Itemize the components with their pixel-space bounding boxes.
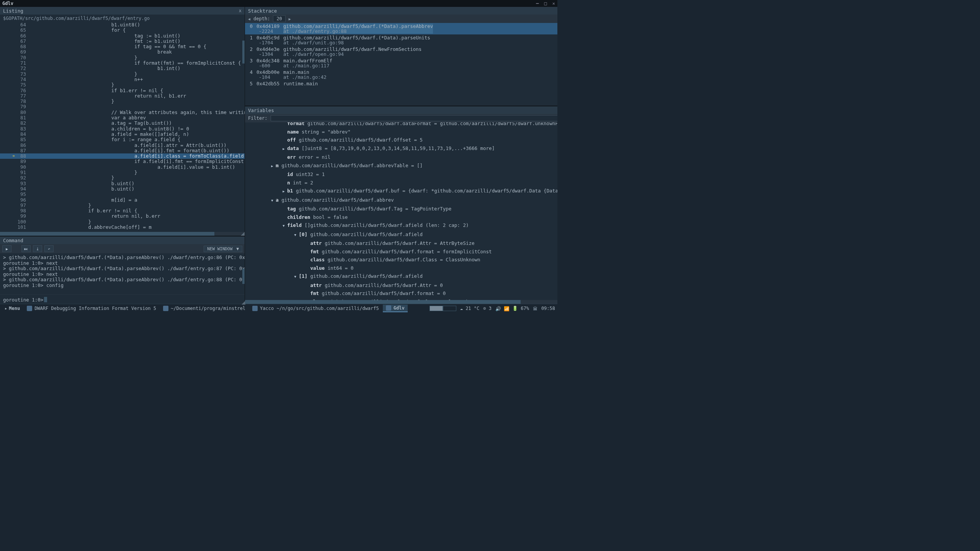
variable-row[interactable]: ▶data []uint8 = [8,73,19,0,0,2,13,0,3,14…: [245, 144, 557, 153]
code-line[interactable]: 70 }: [0, 55, 245, 60]
code-line[interactable]: 88➔ a.field[i].class = formToClass(a.fie…: [0, 153, 245, 159]
stack-frame[interactable]: 50x42db55runtime.main: [245, 80, 557, 87]
variables-tree[interactable]: format github.com/aarzilli/dwarf5/dwarf.…: [245, 122, 557, 300]
variable-row[interactable]: fmt github.com/aarzilli/dwarf5/dwarf.for…: [245, 289, 557, 298]
code-line[interactable]: 73 }: [0, 72, 245, 77]
variable-row[interactable]: ▶b1 github.com/aarzilli/dwarf5/dwarf.buf…: [245, 187, 557, 196]
stacktrace-list[interactable]: 00x4d4189-2224github.com/aarzilli/dwarf5…: [245, 23, 557, 106]
workspace-1[interactable]: [430, 306, 443, 311]
code-line[interactable]: 84 a.field = make([]afield, n): [0, 132, 245, 137]
network-icon[interactable]: 📶: [504, 306, 508, 311]
variable-row[interactable]: ▼[1] github.com/aarzilli/dwarf5/dwarf.af…: [245, 272, 557, 281]
code-line[interactable]: 83 a.children = b.uint8() != 0: [0, 126, 245, 132]
code-line[interactable]: 82 a.tag = Tag(b.uint()): [0, 121, 245, 126]
stack-frame[interactable]: 00x4d4189-2224github.com/aarzilli/dwarf5…: [245, 23, 557, 34]
collapse-icon[interactable]: ▼: [271, 197, 276, 205]
code-line[interactable]: 95: [0, 192, 245, 197]
cpu-indicator[interactable]: ⊙ 3: [483, 306, 492, 311]
code-line[interactable]: 80 // Walk over attributes again, this t…: [0, 110, 245, 115]
code-line[interactable]: 65 for {: [0, 28, 245, 33]
code-line[interactable]: 81 var a abbrev: [0, 115, 245, 121]
variable-row[interactable]: ▼a github.com/aarzilli/dwarf5/dwarf.abbr…: [245, 196, 557, 205]
collapse-icon[interactable]: ▼: [283, 222, 287, 230]
code-line[interactable]: 75 }: [0, 82, 245, 88]
collapse-icon[interactable]: ▼: [294, 231, 299, 240]
code-line[interactable]: 97 }: [0, 203, 245, 208]
expand-icon[interactable]: ▶: [283, 187, 287, 196]
archive-icon[interactable]: 🏛: [533, 306, 537, 311]
stack-frame[interactable]: 10x4d5c9d-1704github.com/aarzilli/dwarf5…: [245, 34, 557, 46]
variable-row[interactable]: fmt github.com/aarzilli/dwarf5/dwarf.for…: [245, 248, 557, 256]
code-line[interactable]: 92 }: [0, 175, 245, 181]
code-line[interactable]: 99 return nil, b.err: [0, 214, 245, 219]
continue-button[interactable]: ▶: [2, 245, 11, 252]
code-line[interactable]: 76 if b1.err != nil {: [0, 88, 245, 93]
listing-code-area[interactable]: 64 b1.uint8()65 for {66 tag := b1.uint()…: [0, 22, 245, 232]
command-input[interactable]: goroutine 1:0>: [0, 294, 245, 304]
code-line[interactable]: 68 if tag == 0 && fmt == 0 {: [0, 44, 245, 49]
listing-hscroll-thumb[interactable]: [0, 232, 214, 236]
variables-hscrollbar[interactable]: [245, 300, 557, 304]
stacktrace-panel-header[interactable]: Stacktrace x: [245, 7, 557, 15]
code-line[interactable]: 66 tag := b1.uint(): [0, 33, 245, 39]
new-window-dropdown[interactable]: NEW WINDOW ▼: [204, 246, 242, 252]
step-button[interactable]: ⤓: [33, 245, 42, 252]
battery-indicator[interactable]: 🔋 67%: [512, 306, 529, 311]
listing-resize-corner[interactable]: [241, 232, 245, 236]
variable-row[interactable]: off github.com/aarzilli/dwarf5/dwarf.Off…: [245, 136, 557, 144]
code-line[interactable]: 94 b.uint(): [0, 186, 245, 192]
code-line[interactable]: 74 n++: [0, 77, 245, 82]
code-line[interactable]: 96 m[id] = a: [0, 197, 245, 203]
command-panel-header[interactable]: Command: [0, 236, 245, 244]
next-button[interactable]: ⏭: [21, 245, 31, 252]
variables-filter-input[interactable]: [271, 115, 557, 121]
command-output[interactable]: > github.com/aarzilli/dwarf5/dwarf.(*Dat…: [0, 253, 245, 294]
expand-icon[interactable]: ▶: [283, 145, 287, 153]
listing-panel-header[interactable]: Listing x: [0, 7, 245, 15]
code-line[interactable]: 67 fmt := b1.uint(): [0, 39, 245, 44]
window-minimize-button[interactable]: —: [536, 1, 539, 6]
code-line[interactable]: 90 a.field[i].value = b1.int(): [0, 165, 245, 170]
code-line[interactable]: 78 }: [0, 99, 245, 104]
menu-button[interactable]: ▸ Menu: [2, 305, 22, 312]
code-line[interactable]: 89 if a.field[i].fmt == formImplicitCons…: [0, 159, 245, 164]
listing-scroll-marker[interactable]: [242, 41, 245, 64]
variable-row[interactable]: format github.com/aarzilli/dwarf5/dwarf.…: [245, 122, 557, 128]
stack-frame[interactable]: 40x4db00e-104main.mainat ./main.go:42: [245, 69, 557, 80]
code-line[interactable]: 77 return nil, b1.err: [0, 93, 245, 99]
code-line[interactable]: 79: [0, 104, 245, 109]
code-line[interactable]: 100 }: [0, 219, 245, 225]
command-scroll-marker[interactable]: [242, 269, 245, 284]
code-line[interactable]: 69 break: [0, 49, 245, 55]
variable-row[interactable]: children bool = false: [245, 213, 557, 222]
code-line[interactable]: 85 for i := range a.field {: [0, 137, 245, 142]
code-line[interactable]: 86 a.field[i].attr = Attr(b.uint()): [0, 143, 245, 148]
depth-decrease-button[interactable]: ◀: [248, 17, 250, 21]
code-line[interactable]: 91 }: [0, 170, 245, 175]
depth-value[interactable]: 20: [273, 15, 285, 22]
weather-indicator[interactable]: ☁ 21 °C: [460, 306, 480, 311]
workspace-2[interactable]: [443, 306, 456, 311]
code-line[interactable]: 101 d.abbrevCache[off] = m: [0, 225, 245, 230]
variables-hscroll-thumb[interactable]: [245, 300, 521, 304]
variable-row[interactable]: name string = "abbrev": [245, 128, 557, 136]
taskbar-window-item[interactable]: Gdlv: [383, 305, 408, 312]
expand-icon[interactable]: ▶: [271, 162, 276, 171]
code-line[interactable]: 87 a.field[i].fmt = format(b.uint()): [0, 148, 245, 153]
taskbar-window-item[interactable]: Yacco ~/n/go/src/github.com/aarzilli/dwa…: [249, 305, 382, 312]
listing-close-button[interactable]: x: [239, 8, 242, 13]
clock[interactable]: 09:58: [541, 306, 555, 311]
listing-hscrollbar[interactable]: [0, 232, 245, 236]
variable-row[interactable]: attr github.com/aarzilli/dwarf5/dwarf.At…: [245, 281, 557, 290]
variable-row[interactable]: id uint32 = 1: [245, 170, 557, 179]
variable-row[interactable]: err error = nil: [245, 153, 557, 161]
code-line[interactable]: 93 b.uint(): [0, 181, 245, 186]
variable-row[interactable]: tag github.com/aarzilli/dwarf5/dwarf.Tag…: [245, 205, 557, 213]
code-line[interactable]: 72 b1.int(): [0, 66, 245, 71]
workspace-switcher[interactable]: [430, 306, 456, 311]
variable-row[interactable]: class github.com/aarzilli/dwarf5/dwarf.C…: [245, 256, 557, 264]
taskbar-window-item[interactable]: DWARF Debugging Information Format Versi…: [24, 305, 159, 312]
window-close-button[interactable]: ✕: [552, 1, 555, 6]
collapse-icon[interactable]: ▼: [294, 273, 299, 281]
variable-row[interactable]: ▼[0] github.com/aarzilli/dwarf5/dwarf.af…: [245, 230, 557, 240]
